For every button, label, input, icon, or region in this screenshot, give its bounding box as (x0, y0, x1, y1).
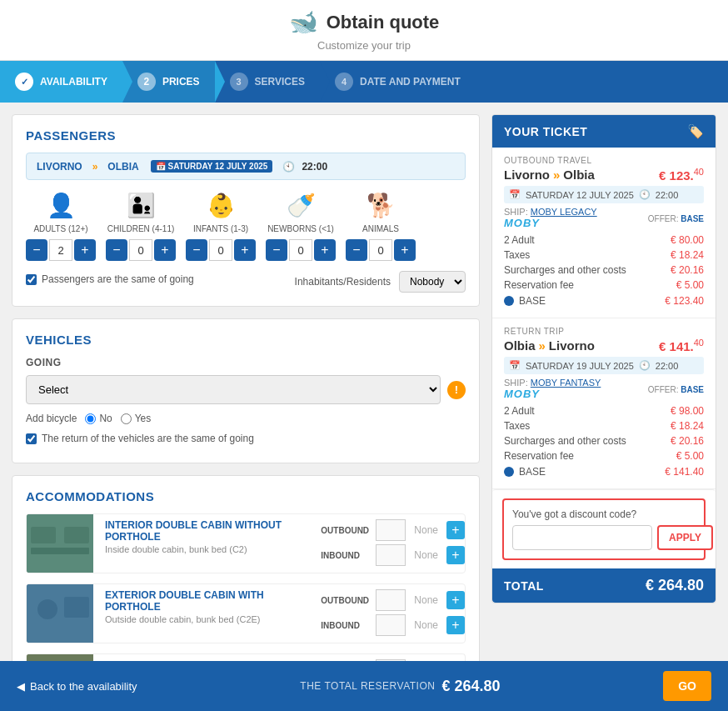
return-route-name: Olbia » Livorno (504, 338, 595, 353)
newborns-plus-btn[interactable]: + (314, 239, 336, 261)
accom-inbound-none-1: None (414, 619, 438, 631)
left-panel: PASSENGERS LIVORNO » OLBIA 📅 SATURDAY 12… (12, 114, 480, 711)
children-count: 0 (129, 239, 152, 261)
return-row3-val: € 5.00 (676, 450, 704, 462)
ticket-outbound: OUTBOUND TRAVEL Livorno » Olbia € 123.40… (492, 148, 716, 318)
main-container: PASSENGERS LIVORNO » OLBIA 📅 SATURDAY 12… (0, 103, 728, 711)
discount-label: You've got a discount code? (512, 508, 696, 520)
newborns-minus-btn[interactable]: − (266, 239, 287, 261)
adults-plus-btn[interactable]: + (74, 239, 96, 261)
same-vehicles-checkbox[interactable] (26, 433, 37, 444)
return-price-row-0: 2 Adult € 98.00 (504, 403, 704, 418)
return-ship-label: SHIP: (504, 378, 531, 388)
accom-desc-0: Inside double cabin, bunk bed (C2) (105, 544, 309, 554)
outbound-row1-label: Taxes (504, 249, 530, 261)
return-price-row-3: Reservation fee € 5.00 (504, 448, 704, 463)
outbound-ship-name[interactable]: MOBY LEGACY (531, 207, 597, 217)
bicycle-no-radio[interactable] (85, 413, 96, 424)
children-counter: − 0 + (106, 239, 176, 261)
outbound-ship-label: SHIP: (504, 207, 531, 217)
bicycle-yes-radio[interactable] (121, 413, 132, 424)
children-plus-btn[interactable]: + (154, 239, 176, 261)
animals-icon: 🐕 (366, 192, 396, 219)
return-date-row: 📅 SATURDAY 19 JULY 2025 🕙 22:00 (504, 357, 704, 374)
back-button[interactable]: ◀ Back to the availability (17, 680, 137, 693)
return-moby-logo: MOBY (504, 388, 601, 400)
outbound-route: Livorno » Olbia € 123.40 (504, 167, 704, 183)
go-button[interactable]: GO (663, 671, 711, 701)
outbound-row2-val: € 20.16 (671, 264, 704, 276)
infants-counter: − 0 + (186, 239, 256, 261)
return-trip-label: RETURN TRIP (504, 327, 704, 336)
outbound-calendar-icon: 📅 (509, 189, 521, 200)
route-to: OLBIA (107, 161, 138, 173)
outbound-ship-info: SHIP: MOBY LEGACY MOBY (504, 207, 597, 229)
step-circle-4: 4 (335, 73, 353, 91)
animals-plus-btn[interactable]: + (394, 239, 416, 261)
passenger-infants: 👶 INFANTS (1-3) − 0 + (186, 192, 256, 261)
return-route: Olbia » Livorno € 141.40 (504, 338, 704, 353)
infants-label: INFANTS (1-3) (193, 224, 248, 234)
step-availability[interactable]: ✓ AVAILABILITY (0, 61, 122, 103)
return-price: € 141.40 (659, 338, 704, 353)
bicycle-yes-label[interactable]: Yes (121, 413, 152, 424)
outbound-label-1: OUTBOUND (321, 596, 371, 605)
outbound-date: SATURDAY 12 JULY 2025 (526, 190, 634, 200)
bottom-total: THE TOTAL RESERVATION € 264.80 (300, 678, 500, 695)
accom-img-0 (27, 514, 93, 573)
infants-minus-btn[interactable]: − (186, 239, 207, 261)
accom-outbound-row-0: OUTBOUND None + (321, 519, 465, 541)
total-label: TOTAL (504, 579, 544, 593)
return-route-arrow: » (539, 338, 546, 353)
return-time: 22:00 (656, 361, 679, 371)
step-circle-3: 3 (230, 73, 248, 91)
vehicle-select-row: Select ! (26, 375, 466, 404)
vehicle-info-btn[interactable]: ! (447, 381, 466, 399)
outbound-base-label: BASE (519, 295, 546, 307)
animals-count: 0 (369, 239, 392, 261)
page-subtitle: Customize your trip (17, 39, 711, 52)
infants-plus-btn[interactable]: + (234, 239, 256, 261)
outbound-moby-logo: MOBY (504, 217, 597, 229)
clock-icon: 🕙 (282, 161, 295, 173)
accom-img-1 (27, 584, 93, 643)
svg-rect-6 (64, 597, 89, 618)
apply-button[interactable]: APPLY (657, 525, 713, 550)
children-minus-btn[interactable]: − (106, 239, 127, 261)
step-date-payment[interactable]: 4 DATE AND PAYMENT (320, 61, 476, 103)
outbound-price-whole: 123 (670, 168, 691, 183)
residents-select[interactable]: Nobody (399, 271, 466, 293)
newborns-icon: 🍼 (287, 192, 316, 219)
return-from: Olbia (504, 338, 536, 353)
accom-controls-0: OUTBOUND None + INBOUND None + (321, 514, 465, 573)
outbound-row3-val: € 5.00 (676, 279, 704, 291)
vehicles-title: VEHICLES (26, 333, 466, 347)
outbound-clock-icon: 🕙 (639, 189, 651, 200)
bicycle-no-label[interactable]: No (85, 413, 112, 424)
step-prices[interactable]: 2 PRICES (122, 61, 215, 103)
same-vehicles-label: The return of the vehicles are the same … (42, 433, 254, 444)
return-ship-name[interactable]: MOBY FANTASY (531, 378, 601, 388)
outbound-base-row: BASE € 123.40 (504, 293, 704, 309)
adults-minus-btn[interactable]: − (26, 239, 47, 261)
vehicle-select[interactable]: Select (26, 375, 441, 404)
accom-info-0: INTERIOR DOUBLE CABIN WITHOUT PORTHOLE I… (102, 514, 312, 573)
ticket-total: TOTAL € 264.80 (492, 568, 716, 603)
step-services[interactable]: 3 SERVICES (215, 61, 320, 103)
passenger-adults: 👤 ADULTS (12+) − 2 + (26, 192, 96, 261)
discount-input[interactable] (512, 525, 652, 550)
route-date: SATURDAY 12 JULY 2025 (167, 162, 267, 171)
residents-label: Inhabitants/Residents (295, 276, 391, 288)
bottom-total-label: THE TOTAL RESERVATION (300, 680, 435, 692)
bicycle-row: Add bicycle No Yes (26, 413, 466, 424)
outbound-offer-name: BASE (681, 214, 704, 223)
same-passengers-checkbox[interactable] (26, 274, 37, 285)
accom-inbound-add-btn-1[interactable]: + (446, 616, 465, 634)
accom-outbound-add-btn-0[interactable]: + (446, 521, 465, 539)
progress-bar: ✓ AVAILABILITY 2 PRICES 3 SERVICES 4 DAT… (0, 61, 728, 103)
accom-outbound-add-btn-1[interactable]: + (446, 591, 465, 609)
svg-rect-2 (64, 527, 89, 543)
accom-inbound-add-btn-0[interactable]: + (446, 546, 465, 564)
outbound-to: Olbia (563, 168, 595, 182)
animals-minus-btn[interactable]: − (346, 239, 367, 261)
